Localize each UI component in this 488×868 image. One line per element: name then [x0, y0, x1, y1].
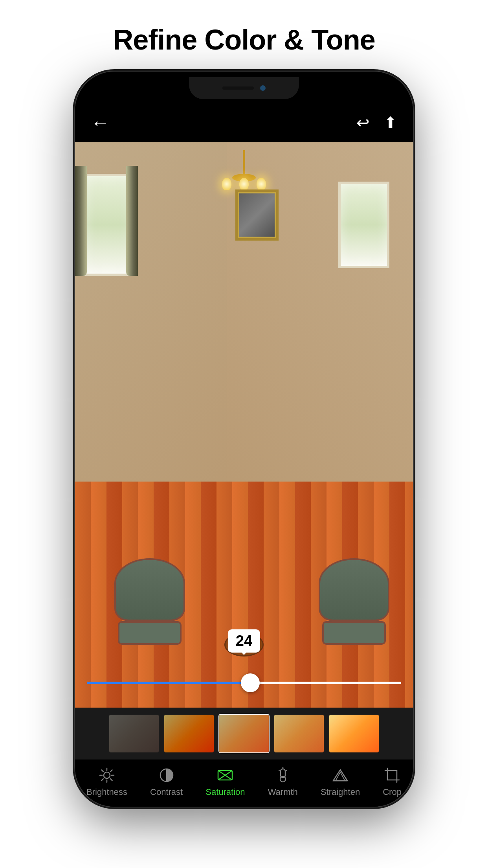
tool-saturation[interactable]: Saturation	[205, 767, 245, 797]
phone-shell: ← ↩ ⬆	[75, 72, 413, 807]
slider-value-tooltip: 24	[228, 629, 260, 653]
chair-left	[114, 558, 185, 660]
contrast-icon	[158, 767, 175, 784]
chair-right	[319, 558, 389, 660]
tool-crop[interactable]: Crop	[383, 767, 402, 797]
top-right-icons: ↩ ⬆	[356, 114, 397, 132]
thumb-img-2	[164, 715, 214, 752]
svg-line-5	[102, 770, 103, 772]
svg-line-8	[102, 779, 103, 780]
thumbnail-2[interactable]	[163, 714, 215, 753]
thumbnails-strip	[75, 708, 413, 760]
saturation-label: Saturation	[205, 787, 245, 797]
svg-line-7	[110, 770, 112, 772]
contrast-label: Contrast	[150, 787, 183, 797]
tool-brightness[interactable]: Brightness	[86, 767, 127, 797]
tool-straighten[interactable]: Straighten	[321, 767, 360, 797]
tool-contrast[interactable]: Contrast	[150, 767, 183, 797]
photo-background: 24	[75, 142, 413, 708]
speaker	[222, 86, 254, 90]
picture-inner	[239, 193, 275, 237]
picture-frame	[235, 189, 279, 241]
slider-thumb[interactable]	[241, 673, 260, 692]
warmth-icon	[274, 767, 292, 784]
window-right	[338, 182, 389, 268]
thumbnail-3[interactable]	[218, 714, 270, 753]
back-button[interactable]: ←	[91, 112, 110, 134]
chandelier	[222, 150, 266, 190]
thumbnail-4[interactable]	[273, 714, 325, 753]
page-title: Refine Color & Tone	[113, 24, 375, 56]
undo-button[interactable]: ↩	[356, 114, 370, 132]
bottom-toolbar: Brightness Contrast Saturation	[75, 760, 413, 807]
photo-area: 24	[75, 142, 413, 708]
saturation-icon	[216, 767, 234, 784]
slider-fill	[87, 682, 250, 684]
tool-warmth[interactable]: Warmth	[268, 767, 298, 797]
straighten-label: Straighten	[321, 787, 360, 797]
notch-cutout	[189, 77, 299, 99]
thumbnail-1[interactable]	[108, 714, 160, 753]
thumbnail-5[interactable]	[328, 714, 380, 753]
curtain-left	[75, 166, 87, 276]
brightness-icon	[98, 767, 116, 784]
top-bar: ← ↩ ⬆	[75, 103, 413, 142]
thumb-img-3	[219, 715, 269, 752]
svg-point-0	[104, 772, 110, 778]
thumb-img-1	[109, 715, 159, 752]
svg-line-6	[110, 779, 112, 780]
notch	[75, 72, 413, 103]
front-camera	[260, 85, 266, 91]
curtain-right	[126, 166, 138, 276]
crop-label: Crop	[383, 787, 402, 797]
warmth-label: Warmth	[268, 787, 298, 797]
thumb-img-4	[274, 715, 324, 752]
straighten-icon	[332, 767, 349, 784]
screen: ← ↩ ⬆	[75, 103, 413, 807]
crop-icon	[383, 767, 401, 784]
brightness-label: Brightness	[86, 787, 127, 797]
svg-marker-20	[336, 772, 345, 781]
thumb-img-5	[329, 715, 379, 752]
share-button[interactable]: ⬆	[384, 114, 397, 132]
saturation-slider[interactable]	[87, 682, 401, 684]
